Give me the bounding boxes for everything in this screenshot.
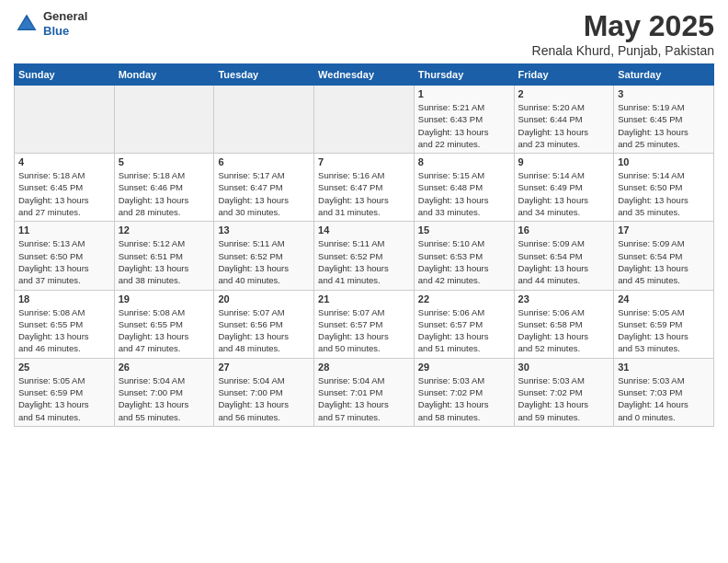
calendar-cell: 13Sunrise: 5:11 AMSunset: 6:52 PMDayligh… [214, 222, 314, 290]
day-info: Sunrise: 5:04 AMSunset: 7:01 PMDaylight:… [318, 374, 410, 423]
day-number: 11 [18, 224, 110, 236]
logo: General Blue [14, 9, 87, 38]
calendar-cell [214, 86, 314, 154]
day-number: 30 [518, 362, 610, 373]
calendar-cell: 28Sunrise: 5:04 AMSunset: 7:01 PMDayligh… [314, 358, 415, 426]
day-info: Sunrise: 5:03 AMSunset: 7:02 PMDaylight:… [418, 374, 510, 423]
calendar-cell: 31Sunrise: 5:03 AMSunset: 7:03 PMDayligh… [614, 358, 714, 426]
calendar-cell: 12Sunrise: 5:12 AMSunset: 6:51 PMDayligh… [114, 222, 214, 290]
day-number: 6 [218, 156, 310, 167]
day-info: Sunrise: 5:06 AMSunset: 6:57 PMDaylight:… [418, 306, 510, 355]
day-number: 20 [218, 293, 310, 304]
day-info: Sunrise: 5:03 AMSunset: 7:02 PMDaylight:… [518, 374, 610, 423]
calendar-week-3: 11Sunrise: 5:13 AMSunset: 6:50 PMDayligh… [15, 222, 714, 290]
calendar-week-2: 4Sunrise: 5:18 AMSunset: 6:45 PMDaylight… [15, 154, 714, 222]
calendar-table: SundayMondayTuesdayWednesdayThursdayFrid… [14, 63, 714, 427]
day-info: Sunrise: 5:11 AMSunset: 6:52 PMDaylight:… [318, 237, 410, 286]
day-number: 26 [119, 362, 210, 373]
day-number: 22 [418, 293, 510, 304]
page-header: General Blue May 2025 Renala Khurd, Punj… [14, 9, 714, 58]
day-info: Sunrise: 5:09 AMSunset: 6:54 PMDaylight:… [618, 237, 710, 286]
day-number: 9 [518, 156, 610, 167]
day-number: 25 [18, 362, 110, 373]
calendar-week-1: 1Sunrise: 5:21 AMSunset: 6:43 PMDaylight… [15, 86, 714, 154]
calendar-cell: 2Sunrise: 5:20 AMSunset: 6:44 PMDaylight… [514, 86, 614, 154]
calendar-subtitle: Renala Khurd, Punjab, Pakistan [532, 43, 714, 58]
day-info: Sunrise: 5:09 AMSunset: 6:54 PMDaylight:… [518, 237, 610, 286]
day-number: 24 [618, 293, 710, 304]
calendar-cell: 9Sunrise: 5:14 AMSunset: 6:49 PMDaylight… [514, 154, 614, 222]
day-info: Sunrise: 5:04 AMSunset: 7:00 PMDaylight:… [119, 374, 210, 423]
day-info: Sunrise: 5:12 AMSunset: 6:51 PMDaylight:… [119, 237, 210, 286]
calendar-cell: 18Sunrise: 5:08 AMSunset: 6:55 PMDayligh… [15, 290, 115, 358]
day-number: 28 [318, 362, 410, 373]
day-number: 13 [218, 224, 310, 236]
day-info: Sunrise: 5:05 AMSunset: 6:59 PMDaylight:… [18, 374, 110, 423]
calendar-cell: 3Sunrise: 5:19 AMSunset: 6:45 PMDaylight… [614, 86, 714, 154]
day-number: 4 [18, 156, 110, 167]
calendar-title: May 2025 [532, 9, 714, 43]
calendar-cell: 4Sunrise: 5:18 AMSunset: 6:45 PMDaylight… [15, 154, 115, 222]
calendar-cell: 16Sunrise: 5:09 AMSunset: 6:54 PMDayligh… [514, 222, 614, 290]
day-number: 10 [618, 156, 710, 167]
calendar-cell: 22Sunrise: 5:06 AMSunset: 6:57 PMDayligh… [414, 290, 514, 358]
day-info: Sunrise: 5:06 AMSunset: 6:58 PMDaylight:… [518, 306, 610, 355]
calendar-cell [314, 86, 415, 154]
calendar-cell: 27Sunrise: 5:04 AMSunset: 7:00 PMDayligh… [214, 358, 314, 426]
weekday-header-thursday: Thursday [414, 64, 514, 86]
day-number: 29 [418, 362, 510, 373]
weekday-header-friday: Friday [514, 64, 614, 86]
day-info: Sunrise: 5:13 AMSunset: 6:50 PMDaylight:… [18, 237, 110, 286]
calendar-cell: 25Sunrise: 5:05 AMSunset: 6:59 PMDayligh… [15, 358, 115, 426]
day-number: 27 [218, 362, 310, 373]
day-number: 23 [518, 293, 610, 304]
logo-general: General [43, 9, 87, 24]
calendar-cell: 20Sunrise: 5:07 AMSunset: 6:56 PMDayligh… [214, 290, 314, 358]
day-info: Sunrise: 5:07 AMSunset: 6:56 PMDaylight:… [218, 306, 310, 355]
day-info: Sunrise: 5:10 AMSunset: 6:53 PMDaylight:… [418, 237, 510, 286]
weekday-header-saturday: Saturday [614, 64, 714, 86]
day-info: Sunrise: 5:05 AMSunset: 6:59 PMDaylight:… [618, 306, 710, 355]
title-block: May 2025 Renala Khurd, Punjab, Pakistan [532, 9, 714, 58]
calendar-week-4: 18Sunrise: 5:08 AMSunset: 6:55 PMDayligh… [15, 290, 714, 358]
day-number: 1 [418, 88, 510, 99]
day-info: Sunrise: 5:18 AMSunset: 6:46 PMDaylight:… [119, 169, 210, 218]
day-info: Sunrise: 5:18 AMSunset: 6:45 PMDaylight:… [18, 169, 110, 218]
weekday-header-monday: Monday [114, 64, 214, 86]
calendar-cell: 7Sunrise: 5:16 AMSunset: 6:47 PMDaylight… [314, 154, 415, 222]
logo-blue: Blue [43, 24, 87, 39]
calendar-cell: 26Sunrise: 5:04 AMSunset: 7:00 PMDayligh… [114, 358, 214, 426]
day-info: Sunrise: 5:14 AMSunset: 6:49 PMDaylight:… [518, 169, 610, 218]
day-number: 5 [119, 156, 210, 167]
page-container: General Blue May 2025 Renala Khurd, Punj… [0, 0, 728, 436]
calendar-cell: 14Sunrise: 5:11 AMSunset: 6:52 PMDayligh… [314, 222, 415, 290]
calendar-cell: 11Sunrise: 5:13 AMSunset: 6:50 PMDayligh… [15, 222, 115, 290]
calendar-cell: 19Sunrise: 5:08 AMSunset: 6:55 PMDayligh… [114, 290, 214, 358]
day-number: 14 [318, 224, 410, 236]
calendar-cell: 23Sunrise: 5:06 AMSunset: 6:58 PMDayligh… [514, 290, 614, 358]
day-number: 16 [518, 224, 610, 236]
day-number: 18 [18, 293, 110, 304]
day-info: Sunrise: 5:15 AMSunset: 6:48 PMDaylight:… [418, 169, 510, 218]
calendar-cell: 24Sunrise: 5:05 AMSunset: 6:59 PMDayligh… [614, 290, 714, 358]
calendar-cell: 15Sunrise: 5:10 AMSunset: 6:53 PMDayligh… [414, 222, 514, 290]
calendar-cell: 8Sunrise: 5:15 AMSunset: 6:48 PMDaylight… [414, 154, 514, 222]
day-info: Sunrise: 5:16 AMSunset: 6:47 PMDaylight:… [318, 169, 410, 218]
day-info: Sunrise: 5:08 AMSunset: 6:55 PMDaylight:… [119, 306, 210, 355]
calendar-cell [15, 86, 115, 154]
calendar-cell: 17Sunrise: 5:09 AMSunset: 6:54 PMDayligh… [614, 222, 714, 290]
day-info: Sunrise: 5:04 AMSunset: 7:00 PMDaylight:… [218, 374, 310, 423]
day-number: 2 [518, 88, 610, 99]
day-info: Sunrise: 5:08 AMSunset: 6:55 PMDaylight:… [18, 306, 110, 355]
calendar-cell: 5Sunrise: 5:18 AMSunset: 6:46 PMDaylight… [114, 154, 214, 222]
day-number: 19 [119, 293, 210, 304]
calendar-header-row: SundayMondayTuesdayWednesdayThursdayFrid… [15, 64, 714, 86]
weekday-header-tuesday: Tuesday [214, 64, 314, 86]
calendar-cell: 10Sunrise: 5:14 AMSunset: 6:50 PMDayligh… [614, 154, 714, 222]
day-number: 3 [618, 88, 710, 99]
calendar-cell: 29Sunrise: 5:03 AMSunset: 7:02 PMDayligh… [414, 358, 514, 426]
calendar-week-5: 25Sunrise: 5:05 AMSunset: 6:59 PMDayligh… [15, 358, 714, 426]
day-info: Sunrise: 5:03 AMSunset: 7:03 PMDaylight:… [618, 374, 710, 423]
day-info: Sunrise: 5:19 AMSunset: 6:45 PMDaylight:… [618, 101, 710, 150]
calendar-cell [114, 86, 214, 154]
